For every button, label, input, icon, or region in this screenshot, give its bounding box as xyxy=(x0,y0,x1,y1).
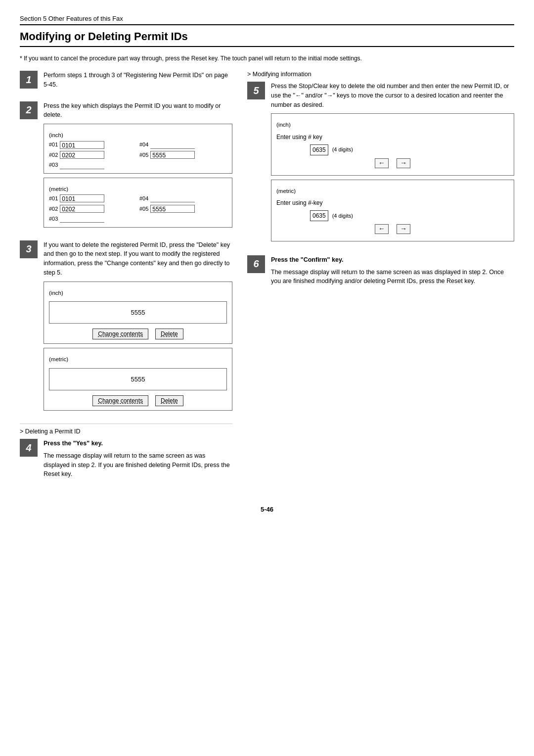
step2-metric-field-05: #05 5555 xyxy=(139,205,227,213)
step5-metric-right-arrow[interactable]: → xyxy=(397,224,410,234)
step2-inch-field-04: #04 xyxy=(139,141,227,149)
step5-metric-value-row: 0635 (4 digits) xyxy=(276,210,509,221)
step-1: 1 Perform steps 1 through 3 of "Register… xyxy=(20,71,232,93)
step5-inch-enter: Enter using # key xyxy=(276,133,509,142)
step2-inch-field-01: #01 0101 xyxy=(49,141,136,149)
step5-metric-left-arrow[interactable]: ← xyxy=(375,224,389,234)
deleting-section: > Deleting a Permit ID 4 Press the "Yes"… xyxy=(20,424,232,482)
deleting-title: > Deleting a Permit ID xyxy=(20,428,232,435)
step-1-content: Perform steps 1 through 3 of "Registerin… xyxy=(44,71,232,93)
step3-inch-display: 5555 xyxy=(49,301,227,324)
step-3: 3 If you want to delete the registered P… xyxy=(20,240,232,415)
step5-metric-screen: (metric) Enter using #-key 0635 (4 digit… xyxy=(271,180,514,241)
step2-metric-field-03: #03 xyxy=(49,215,136,223)
step5-inch-screen: (inch) Enter using # key 0635 (4 digits)… xyxy=(271,113,514,175)
step5-inch-value-row: 0635 (4 digits) xyxy=(276,144,509,155)
step2-inch-field-03: #03 xyxy=(49,161,136,169)
step2-metric-screen: (metric) #01 0101 #04 #02 0202 xyxy=(44,178,232,228)
section-header: Section 5 Other Features of this Fax xyxy=(20,15,514,25)
step2-metric-field-02: #02 0202 xyxy=(49,205,136,213)
step5-inch-left-arrow[interactable]: ← xyxy=(375,158,389,168)
step5-metric-arrow-row: ← → xyxy=(276,224,509,234)
step-4: 4 Press the "Yes" key. The message displ… xyxy=(20,439,232,482)
step-2-number: 2 xyxy=(20,101,38,119)
step-2-content: Press the key which displays the Permit … xyxy=(44,101,232,232)
step-5-content: Press the Stop/Clear key to delete the o… xyxy=(271,82,514,245)
step5-inch-right-arrow[interactable]: → xyxy=(397,158,410,168)
step-4-content: Press the "Yes" key. The message display… xyxy=(44,439,232,482)
delete-button-metric[interactable]: Delete xyxy=(155,395,183,406)
step-5-number: 5 xyxy=(247,82,265,99)
change-contents-button-inch[interactable]: Change contents xyxy=(92,329,148,339)
step-6: 6 Press the "Confirm" key. The message d… xyxy=(247,255,514,289)
delete-button-inch[interactable]: Delete xyxy=(155,329,183,339)
note: * If you want to cancel the procedure pa… xyxy=(20,54,514,63)
step-4-number: 4 xyxy=(20,439,38,457)
step-6-number: 6 xyxy=(247,255,265,273)
step3-metric-display: 5555 xyxy=(49,368,227,391)
step-3-number: 3 xyxy=(20,240,38,258)
step2-inch-screen: (inch) #01 0101 #04 #02 0202 xyxy=(44,124,232,174)
step2-metric-field-04: #04 xyxy=(139,194,227,203)
step5-metric-enter: Enter using #-key xyxy=(276,198,509,207)
step3-inch-screen: (inch) 5555 Change contents Delete xyxy=(44,282,232,344)
change-contents-button-metric[interactable]: Change contents xyxy=(92,395,148,406)
step-3-content: If you want to delete the registered Per… xyxy=(44,240,232,415)
step-1-number: 1 xyxy=(20,71,38,89)
step2-inch-field-05: #05 5555 xyxy=(139,151,227,159)
step-5: 5 Press the Stop/Clear key to delete the… xyxy=(247,82,514,245)
step-6-content: Press the "Confirm" key. The message dis… xyxy=(271,255,514,289)
step2-metric-field-01: #01 0101 xyxy=(49,194,136,203)
page-title: Modifying or Deleting Permit IDs xyxy=(20,30,514,47)
step3-metric-screen: (metric) 5555 Change contents Delete xyxy=(44,348,232,411)
step2-inch-field-02: #02 0202 xyxy=(49,151,136,159)
page-number: 5-46 xyxy=(20,506,514,513)
step5-inch-arrow-row: ← → xyxy=(276,158,509,168)
step-2: 2 Press the key which displays the Permi… xyxy=(20,101,232,232)
modifying-section-title: > Modifying information xyxy=(247,71,514,78)
